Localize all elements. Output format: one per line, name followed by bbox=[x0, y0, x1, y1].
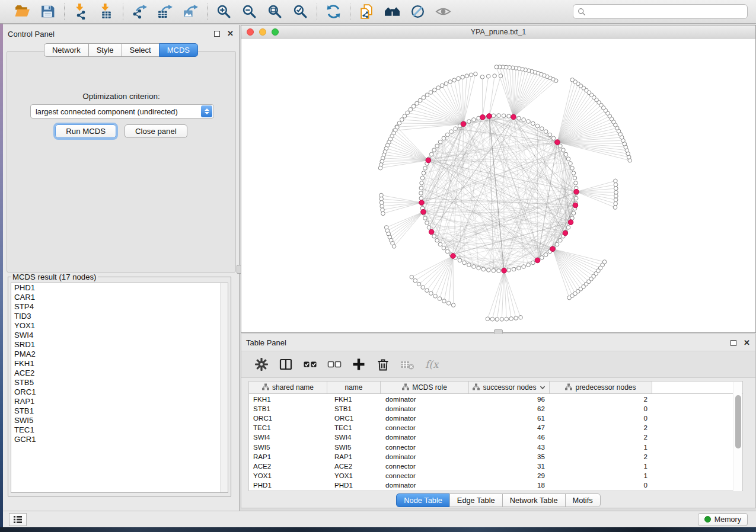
tab-style[interactable]: Style bbox=[88, 43, 122, 57]
result-node-item[interactable]: ACE2 bbox=[11, 368, 228, 378]
window-close-icon[interactable] bbox=[247, 28, 254, 36]
table-row[interactable]: FKH1FKH1dominator962 bbox=[249, 394, 742, 403]
search-box[interactable] bbox=[573, 4, 748, 19]
table-scrollbar[interactable] bbox=[733, 382, 742, 491]
refresh-layout-icon[interactable] bbox=[326, 4, 342, 20]
memory-button[interactable]: Memory bbox=[698, 513, 748, 526]
cell-MCDS-role: connector bbox=[381, 443, 469, 451]
task-history-button[interactable] bbox=[9, 513, 27, 526]
network-canvas[interactable] bbox=[241, 39, 755, 332]
table-row[interactable]: RAP1RAP1dominator352 bbox=[249, 451, 742, 461]
export-table-icon[interactable] bbox=[157, 4, 173, 20]
deselect-all-icon[interactable] bbox=[327, 357, 342, 371]
window-zoom-icon[interactable] bbox=[272, 28, 279, 36]
zoom-in-icon[interactable] bbox=[216, 4, 232, 20]
control-panel-header: Control Panel ✕ bbox=[3, 25, 239, 39]
tab-network-table[interactable]: Network Table bbox=[502, 493, 566, 507]
result-node-item[interactable]: TEC1 bbox=[11, 425, 228, 435]
result-node-item[interactable]: TID3 bbox=[11, 312, 228, 321]
result-node-item[interactable]: PMA2 bbox=[11, 350, 228, 359]
clone-network-icon[interactable] bbox=[359, 4, 375, 20]
tab-node-table[interactable]: Node Table bbox=[396, 493, 450, 507]
result-node-item[interactable]: YOX1 bbox=[11, 321, 228, 331]
result-list-scrollbar[interactable] bbox=[220, 283, 228, 492]
eye-icon[interactable] bbox=[435, 4, 451, 20]
result-node-item[interactable]: STB1 bbox=[11, 406, 228, 416]
tab-motifs[interactable]: Motifs bbox=[565, 493, 601, 507]
zoom-fit-icon[interactable] bbox=[267, 4, 283, 20]
save-icon[interactable] bbox=[40, 4, 56, 20]
column-header-MCDS-role[interactable]: MCDS role bbox=[381, 382, 469, 393]
cell-predecessor-nodes: 1 bbox=[550, 472, 652, 479]
select-all-icon[interactable] bbox=[303, 357, 317, 371]
result-node-item[interactable]: SWI5 bbox=[11, 416, 228, 425]
table-row[interactable]: ORC1ORC1dominator610 bbox=[249, 413, 742, 422]
cell-shared-name: SWI5 bbox=[249, 443, 327, 451]
column-header-predecessor-nodes[interactable]: predecessor nodes bbox=[550, 382, 652, 393]
table-row[interactable]: TEC1TEC1connector472 bbox=[249, 423, 742, 432]
cell-successor-nodes: 47 bbox=[469, 424, 550, 431]
cell-MCDS-role: dominator bbox=[381, 414, 469, 422]
gear-icon[interactable] bbox=[254, 357, 269, 371]
add-column-icon[interactable] bbox=[352, 357, 366, 371]
column-header-successor-nodes[interactable]: successor nodes bbox=[469, 382, 550, 393]
shared-column-icon bbox=[565, 383, 572, 392]
network-graph[interactable] bbox=[241, 39, 755, 332]
table-scrollbar-thumb[interactable] bbox=[735, 395, 741, 448]
result-node-item[interactable]: CAR1 bbox=[11, 293, 228, 302]
close-panel-icon[interactable]: ✕ bbox=[227, 30, 234, 38]
export-image-icon[interactable] bbox=[183, 4, 199, 20]
result-node-item[interactable]: SWI4 bbox=[11, 331, 228, 340]
search-input[interactable] bbox=[589, 8, 743, 16]
table-row[interactable]: ACE2ACE2connector311 bbox=[249, 461, 742, 470]
export-network-icon[interactable] bbox=[132, 4, 148, 20]
hide-panel-icon[interactable] bbox=[410, 4, 426, 20]
table-row[interactable]: SWI4SWI4dominator462 bbox=[249, 432, 742, 442]
cell-predecessor-nodes: 0 bbox=[550, 481, 652, 489]
tab-network[interactable]: Network bbox=[44, 43, 89, 57]
import-network-icon[interactable] bbox=[73, 4, 89, 20]
result-node-item[interactable]: SRD1 bbox=[11, 340, 228, 350]
result-node-item[interactable]: PHD1 bbox=[11, 283, 228, 293]
criterion-select[interactable]: largest connected component (undirected) bbox=[30, 104, 214, 118]
column-header-shared-name[interactable]: shared name bbox=[249, 382, 327, 393]
result-node-item[interactable]: ORC1 bbox=[11, 387, 228, 397]
network-window-title: YPA_prune.txt_1 bbox=[241, 28, 755, 36]
table-row[interactable]: STB1STB1dominator620 bbox=[249, 403, 742, 413]
mcds-result-list[interactable]: PHD1CAR1STP4TID3YOX1SWI4SRD1PMA2FKH1ACE2… bbox=[11, 283, 228, 493]
zoom-out-icon[interactable] bbox=[241, 4, 257, 20]
cell-predecessor-nodes: 1 bbox=[550, 443, 652, 451]
table-row[interactable]: PHD1PHD1dominator180 bbox=[249, 480, 742, 490]
window-minimize-icon[interactable] bbox=[259, 28, 266, 36]
table-row[interactable]: YOX1YOX1connector291 bbox=[249, 471, 742, 480]
result-node-item[interactable]: STB5 bbox=[11, 378, 228, 387]
tab-mcds[interactable]: MCDS bbox=[159, 43, 198, 57]
find-icon[interactable] bbox=[384, 4, 400, 20]
delete-column-icon[interactable] bbox=[376, 357, 390, 371]
table-float-panel-icon[interactable] bbox=[729, 339, 737, 347]
open-file-icon[interactable] bbox=[14, 4, 30, 20]
result-node-item[interactable]: RAP1 bbox=[11, 397, 228, 406]
cell-shared-name: ACE2 bbox=[249, 462, 327, 470]
cell-shared-name: RAP1 bbox=[249, 453, 327, 460]
result-node-item[interactable]: STP4 bbox=[11, 302, 228, 312]
float-panel-icon[interactable] bbox=[213, 30, 221, 38]
shared-column-icon bbox=[402, 383, 409, 392]
result-node-item[interactable]: GCR1 bbox=[11, 435, 228, 444]
columns-icon[interactable] bbox=[279, 357, 293, 371]
result-node-item[interactable]: FKH1 bbox=[11, 359, 228, 368]
zoom-selected-icon[interactable] bbox=[292, 4, 308, 20]
column-header-name[interactable]: name bbox=[327, 382, 381, 393]
run-mcds-button[interactable]: Run MCDS bbox=[55, 124, 116, 138]
optimization-criterion-label: Optimization criterion: bbox=[7, 92, 235, 101]
table-close-panel-icon[interactable]: ✕ bbox=[743, 339, 751, 347]
import-table-icon[interactable] bbox=[98, 4, 114, 20]
cell-shared-name: ORC1 bbox=[249, 414, 327, 422]
tab-select[interactable]: Select bbox=[122, 43, 160, 57]
close-panel-button[interactable]: Close panel bbox=[125, 124, 187, 138]
table-row[interactable]: SWI5SWI5connector431 bbox=[249, 442, 742, 451]
network-window-titlebar[interactable]: YPA_prune.txt_1 bbox=[241, 25, 755, 39]
task-list-icon bbox=[13, 515, 23, 524]
memory-status-icon bbox=[704, 516, 711, 523]
tab-edge-table[interactable]: Edge Table bbox=[449, 493, 503, 507]
